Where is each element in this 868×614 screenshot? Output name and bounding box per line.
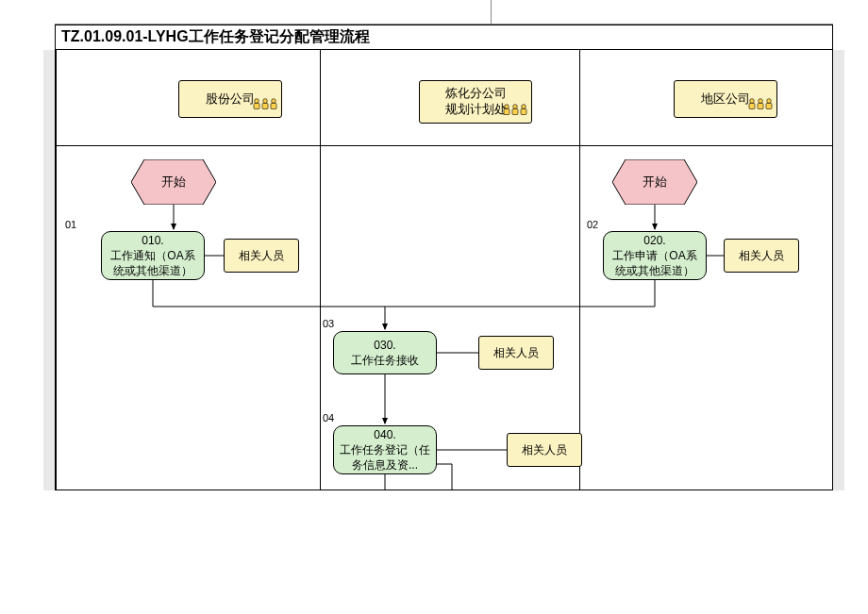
step-num-04: 04 bbox=[323, 412, 334, 423]
lane-header-1-label: 股份公司 bbox=[206, 91, 255, 108]
svg-point-0 bbox=[255, 99, 259, 104]
diagram-frame: TZ.01.09.01-LYHG工作任务登记分配管理流程 股份公司 炼化分公司 … bbox=[55, 25, 833, 490]
step-num-02: 02 bbox=[587, 219, 598, 230]
gray-strip-left bbox=[43, 50, 55, 490]
lane-header-2-label: 炼化分公司 规划计划处 bbox=[445, 86, 507, 118]
process-030-label: 030. 工作任务接收 bbox=[351, 338, 419, 368]
process-020-label: 020. 工作申请（OA系统或其他渠道） bbox=[609, 233, 700, 279]
svg-rect-11 bbox=[521, 109, 526, 115]
lane-divider-0 bbox=[56, 50, 57, 490]
actor-010: 相关人员 bbox=[224, 239, 299, 273]
process-020: 020. 工作申请（OA系统或其他渠道） bbox=[603, 231, 707, 280]
lane-header-3: 地区公司 bbox=[674, 80, 777, 118]
svg-point-14 bbox=[759, 99, 763, 104]
svg-point-4 bbox=[272, 99, 276, 104]
people-icon bbox=[747, 97, 774, 115]
svg-rect-9 bbox=[512, 109, 518, 115]
diagram-title: TZ.01.09.01-LYHG工作任务登记分配管理流程 bbox=[56, 25, 832, 50]
step-num-01: 01 bbox=[65, 219, 76, 230]
svg-point-8 bbox=[513, 105, 518, 109]
actor-010-label: 相关人员 bbox=[239, 248, 284, 264]
gray-strip-right bbox=[833, 50, 844, 490]
svg-point-6 bbox=[505, 105, 509, 109]
lane-divider-1 bbox=[320, 50, 321, 490]
svg-rect-1 bbox=[254, 104, 259, 109]
actor-040-label: 相关人员 bbox=[522, 442, 567, 458]
top-border-right bbox=[491, 0, 833, 25]
top-border-left bbox=[55, 0, 491, 25]
svg-point-12 bbox=[750, 99, 755, 104]
actor-040: 相关人员 bbox=[507, 433, 582, 467]
people-icon bbox=[252, 97, 278, 115]
lane-header-2: 炼化分公司 规划计划处 bbox=[419, 80, 532, 124]
process-010: 010. 工作通知（OA系统或其他渠道） bbox=[101, 231, 205, 280]
svg-point-16 bbox=[767, 99, 772, 104]
svg-rect-15 bbox=[758, 104, 763, 109]
svg-rect-3 bbox=[262, 104, 268, 109]
actor-030-label: 相关人员 bbox=[493, 345, 539, 361]
process-040: 040. 工作任务登记（任务信息及资... bbox=[333, 425, 437, 474]
start-left: 开始 bbox=[131, 159, 216, 205]
process-030: 030. 工作任务接收 bbox=[333, 331, 437, 374]
svg-rect-17 bbox=[766, 104, 772, 109]
svg-rect-13 bbox=[749, 104, 755, 109]
svg-point-2 bbox=[263, 99, 268, 104]
people-icon bbox=[502, 87, 528, 121]
process-040-label: 040. 工作任务登记（任务信息及资... bbox=[340, 427, 430, 473]
start-right-label: 开始 bbox=[612, 159, 697, 205]
svg-rect-5 bbox=[271, 104, 276, 109]
actor-030: 相关人员 bbox=[478, 336, 554, 370]
actor-020: 相关人员 bbox=[724, 239, 799, 273]
actor-020-label: 相关人员 bbox=[739, 248, 784, 264]
lane-header-1: 股份公司 bbox=[178, 80, 282, 118]
process-010-label: 010. 工作通知（OA系统或其他渠道） bbox=[108, 233, 198, 279]
svg-point-10 bbox=[522, 105, 526, 109]
step-num-03: 03 bbox=[323, 318, 334, 329]
svg-rect-7 bbox=[504, 109, 509, 115]
start-left-label: 开始 bbox=[131, 159, 216, 205]
title-text: TZ.01.09.01-LYHG工作任务登记分配管理流程 bbox=[61, 27, 370, 47]
lane-divider-2 bbox=[579, 50, 580, 490]
lane-header-3-label: 地区公司 bbox=[701, 91, 750, 108]
start-right: 开始 bbox=[612, 159, 697, 205]
